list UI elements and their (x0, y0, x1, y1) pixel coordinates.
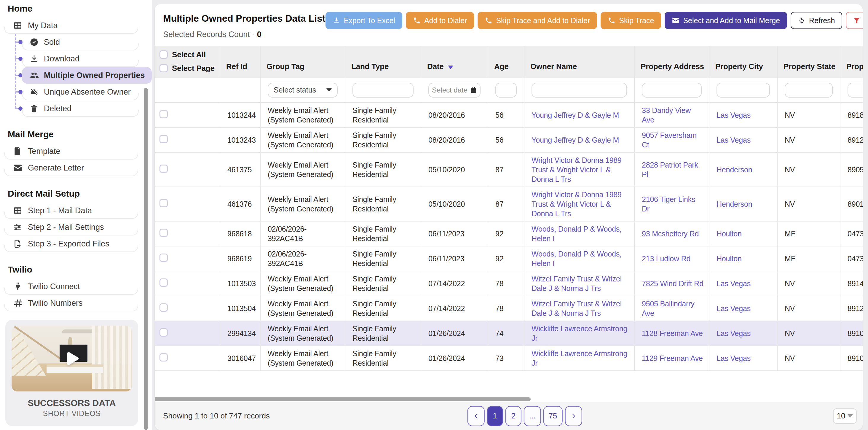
cell-land-type: Single Family Residential (345, 296, 421, 321)
row-checkbox[interactable] (159, 110, 168, 118)
property-city-link[interactable]: Las Vegas (709, 296, 777, 321)
column-header-date[interactable]: Date (421, 46, 488, 78)
property-city-link[interactable]: Las Vegas (709, 127, 777, 152)
sidebar-item-multiple-owned-properties[interactable]: Multiple Owned Properties (22, 67, 152, 84)
page-size-select[interactable]: 10 (833, 408, 857, 424)
owner-name-link[interactable]: Wickliffe Lawrence Armstrong Jr (524, 346, 634, 371)
property-city-link[interactable]: Las Vegas (709, 102, 777, 127)
column-header-age[interactable]: Age (488, 46, 524, 78)
row-checkbox[interactable] (159, 328, 168, 337)
sidebar-item-step-2-mail-settings[interactable]: Step 2 - Mail Settings (0, 219, 152, 236)
phone-icon (608, 17, 615, 24)
property-address-link[interactable]: 9057 Faversham Ct (634, 127, 709, 152)
cell-date: 08/20/2016 (421, 102, 488, 127)
page-button-75[interactable]: 75 (543, 406, 562, 426)
property-address-link[interactable]: 33 Dandy View Ave (634, 102, 709, 127)
select-page-checkbox[interactable] (159, 64, 168, 72)
owner-name-link[interactable]: Young Jeffrey D & Gayle M (524, 127, 634, 152)
select-and-add-to-mail-merge-button[interactable]: Select and Add to Mail Merge (664, 12, 787, 29)
property-address-link[interactable]: 2106 Tiger Links Dr (634, 187, 709, 221)
row-checkbox[interactable] (159, 253, 168, 262)
property-city-link[interactable]: Henderson (709, 152, 777, 187)
sidebar-item-unique-absentee-owner[interactable]: Unique Absentee Owner (22, 84, 152, 100)
sidebar-item-generate-letter[interactable]: Generate Letter (0, 159, 152, 176)
row-checkbox[interactable] (159, 135, 168, 143)
owner-name-link[interactable]: Young Jeffrey D & Gayle M (524, 102, 634, 127)
sidebar-item-step-3-exported-files[interactable]: Step 3 - Exported Files (0, 236, 152, 252)
property-state-filter-input[interactable] (785, 83, 833, 98)
skip-trace-button[interactable]: Skip Trace (600, 12, 661, 29)
next-page-button[interactable] (565, 406, 582, 426)
row-checkbox[interactable] (159, 164, 168, 173)
row-checkbox[interactable] (159, 353, 168, 362)
owner-name-link[interactable]: Witzel Family Trust & Witzel Dale J & No… (524, 296, 634, 321)
owner-name-link[interactable]: Woods, Donald P & Woods, Helen I (524, 246, 634, 271)
property-address-link[interactable]: 2828 Patriot Park Pl (634, 152, 709, 187)
horizontal-scrollbar[interactable] (155, 397, 531, 401)
property-address-link[interactable]: 7825 Wind Drift Rd (634, 271, 709, 296)
property-city-link[interactable]: Houlton (709, 221, 777, 246)
property-zip-filter-input[interactable] (847, 83, 863, 98)
sidebar-item-deleted[interactable]: Deleted (22, 100, 152, 117)
sidebar-item-download[interactable]: Download (22, 51, 152, 67)
property-address-link[interactable]: 93 Mcsheffery Rd (634, 221, 709, 246)
property-city-link[interactable]: Las Vegas (709, 321, 777, 346)
owner-name-link[interactable]: Wright Victor & Donna 1989 Trust & Wrigh… (524, 152, 634, 187)
refresh-button[interactable]: Refresh (790, 12, 842, 29)
phone-icon (413, 17, 421, 24)
cell-date: 06/11/2023 (421, 246, 488, 271)
owner-name-link[interactable]: Woods, Donald P & Woods, Helen I (524, 221, 634, 246)
property-city-link[interactable]: Las Vegas (709, 346, 777, 371)
sidebar-item-my-data[interactable]: My Data (0, 17, 152, 34)
property-address-filter-input[interactable] (642, 83, 702, 98)
reset-filters-button[interactable]: Reset Filters (846, 12, 863, 29)
age-filter-input[interactable] (495, 83, 517, 98)
play-icon[interactable] (62, 349, 82, 368)
video-thumbnail[interactable] (11, 326, 132, 392)
sidebar-scrollbar[interactable] (144, 88, 148, 430)
owner-name-link[interactable]: Witzel Family Trust & Witzel Dale J & No… (524, 271, 634, 296)
property-address-link[interactable]: 9505 Ballindarry Ave (634, 296, 709, 321)
column-header-owner-name[interactable]: Owner Name (524, 46, 634, 78)
page-button--[interactable]: ... (524, 406, 541, 426)
owner-name-link[interactable]: Wright Victor & Donna 1989 Trust & Wrigh… (524, 187, 634, 221)
file-icon (13, 147, 23, 156)
column-header-property-state[interactable]: Property State (777, 46, 840, 78)
add-to-dialer-button[interactable]: Add to Dialer (406, 12, 474, 29)
column-header-property-city[interactable]: Property City (709, 46, 777, 78)
page-button-2[interactable]: 2 (505, 406, 522, 426)
land-type-filter-input[interactable] (352, 83, 413, 98)
sidebar-item-step-1-mail-data[interactable]: Step 1 - Mail Data (0, 202, 152, 219)
property-address-link[interactable]: 1128 Freeman Ave (634, 321, 709, 346)
sidebar-item-twilio-connect[interactable]: Twilio Connect (0, 278, 152, 295)
property-city-link[interactable]: Houlton (709, 246, 777, 271)
sidebar-item-sold[interactable]: Sold (22, 34, 152, 51)
date-filter-input[interactable]: Select date (428, 83, 480, 98)
people-icon (30, 71, 38, 80)
export-to-excel-button[interactable]: Export To Excel (326, 12, 402, 29)
property-city-link[interactable]: Henderson (709, 187, 777, 221)
property-city-filter-input[interactable] (716, 83, 770, 98)
select-all-checkbox[interactable] (159, 51, 168, 59)
group-tag-filter-select[interactable]: Select status (268, 83, 338, 98)
row-checkbox[interactable] (159, 278, 168, 287)
row-checkbox[interactable] (159, 303, 168, 312)
column-header-group-tag[interactable]: Group Tag (260, 46, 345, 78)
previous-page-button[interactable] (467, 406, 485, 426)
sidebar-item-template[interactable]: Template (0, 143, 152, 159)
owner-name-filter-input[interactable] (531, 83, 627, 98)
column-header-ref-id[interactable]: Ref Id (220, 46, 260, 78)
column-header-property-address[interactable]: Property Address (634, 46, 709, 78)
column-header-prope[interactable]: Prope (840, 46, 863, 78)
page-button-1[interactable]: 1 (487, 406, 503, 426)
sidebar-item-twilio-numbers[interactable]: Twilio Numbers (0, 295, 152, 311)
property-address-link[interactable]: 1129 Freeman Ave (634, 346, 709, 371)
column-header-land-type[interactable]: Land Type (345, 46, 421, 78)
cell-land-type: Single Family Residential (345, 321, 421, 346)
owner-name-link[interactable]: Wickliffe Lawrence Armstrong Jr (524, 321, 634, 346)
skip-trace-and-add-to-dialer-button[interactable]: Skip Trace and Add to Dialer (477, 12, 597, 29)
row-checkbox[interactable] (159, 199, 168, 207)
property-city-link[interactable]: Las Vegas (709, 271, 777, 296)
row-checkbox[interactable] (159, 228, 168, 237)
property-address-link[interactable]: 213 Ludlow Rd (634, 246, 709, 271)
